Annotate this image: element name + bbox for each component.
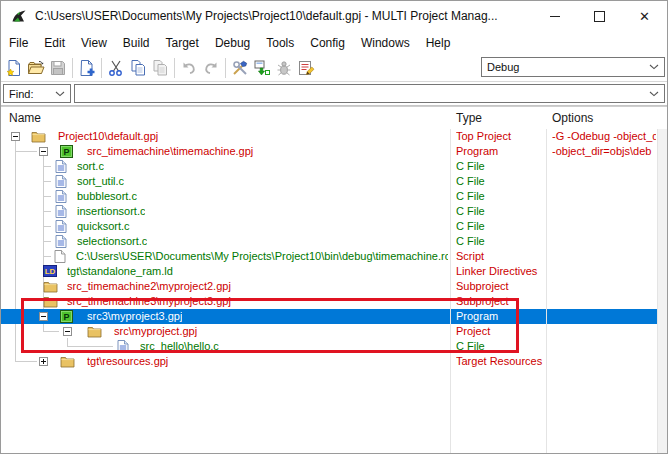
menu-config[interactable]: Config [302,33,353,53]
tree-row[interactable]: tgt\resources.gpjTarget Resources [1,354,657,369]
c-file-icon [55,235,67,248]
tree-row[interactable]: LDtgt\standalone_ram.ldLinker Directives [1,264,657,279]
tree-row[interactable]: sort_util.cC File [1,174,657,189]
tree-row[interactable]: Psrc_timemachine\timemachine.gpjProgram-… [1,144,657,159]
minimize-button[interactable] [532,1,577,31]
svg-text:LD: LD [45,267,56,276]
connect-target-button[interactable] [251,57,273,79]
tree-item-type: C File [456,339,544,354]
add-file-button[interactable] [76,57,98,79]
maximize-button[interactable] [577,1,622,31]
find-input[interactable] [79,85,649,102]
menubar: FileEditViewBuildTargetDebugToolsConfigW… [1,31,667,54]
multi-project-manager-window: C:\Users\USER\Documents\My Projects\Proj… [0,0,668,454]
new-file-button[interactable] [3,57,25,79]
menu-edit[interactable]: Edit [36,33,73,53]
tree-item-type: C File [456,174,544,189]
program-icon: P [60,310,73,323]
tree-item-type: Target Resources [456,354,544,369]
debug-bug-button[interactable] [273,57,295,79]
tree-item-type: Program [456,144,544,159]
tree-row[interactable]: C:\Users\USER\Documents\My Projects\Proj… [1,249,657,264]
collapse-icon[interactable] [39,312,48,321]
column-header-name[interactable]: Name [9,111,41,125]
c-file-icon [55,190,67,203]
tree-item-name: insertionsort.c [77,204,145,219]
tree-item-options: -G -Odebug -object_d [552,129,656,144]
column-header-type[interactable]: Type [456,111,482,125]
tree-item-type: Script [456,249,544,264]
tree-row[interactable]: src_timemachine2\myproject2.gpjSubprojec… [1,279,657,294]
tree-row[interactable]: bubblesort.cC File [1,189,657,204]
toolbar-buttons [3,57,317,79]
folder-icon [43,280,58,293]
file-icon [54,250,66,263]
menu-build[interactable]: Build [115,33,158,53]
tree-row[interactable]: Psrc3\myproject3.gpjProgram [1,309,657,324]
column-divider[interactable] [450,107,451,453]
menu-tools[interactable]: Tools [258,33,302,53]
collapse-icon[interactable] [39,147,48,156]
svg-text:P: P [63,312,69,322]
tree-row[interactable]: insertionsort.cC File [1,204,657,219]
redo-button[interactable] [200,57,222,79]
window-title: C:\Users\USER\Documents\My Projects\Proj… [35,9,532,23]
tree-item-type: Program [456,309,544,324]
tree-item-type: C File [456,219,544,234]
toolbar-separator [72,58,73,78]
cut-button[interactable] [105,57,127,79]
c-file-icon [55,205,67,218]
tree-row[interactable]: src\myproject.gpjProject [1,324,657,339]
column-header-row: Name Type Options [1,107,667,129]
collapse-icon[interactable] [11,132,20,141]
menu-windows[interactable]: Windows [353,33,418,53]
tree-item-name: src_timemachine2\myproject2.gpj [67,279,231,294]
collapse-icon[interactable] [63,327,72,336]
undo-button[interactable] [178,57,200,79]
tree-item-name: selectionsort.c [77,234,147,249]
tree-row[interactable]: src_hello\hello.cC File [1,339,657,354]
paste-button[interactable] [149,57,171,79]
save-button[interactable] [47,57,69,79]
tree-row[interactable]: src_timemachine3\myproject3.gpjSubprojec… [1,294,657,309]
tree-row[interactable]: Project10\default.gpjTop Project-G -Odeb… [1,129,657,144]
linker-file-icon: LD [43,265,57,277]
menu-help[interactable]: Help [418,33,459,53]
toolbar-separator [225,58,226,78]
tree-row[interactable]: quicksort.cC File [1,219,657,234]
tree-item-name: src_timemachine3\myproject3.gpj [67,294,231,309]
tree-item-type: Top Project [456,129,544,144]
tree-item-type: Subproject [456,279,544,294]
copy-button[interactable] [127,57,149,79]
close-button[interactable]: ✕ [622,1,667,31]
tree-row[interactable]: selectionsort.cC File [1,234,657,249]
menu-debug[interactable]: Debug [207,33,258,53]
tree-item-name: src3\myproject3.gpj [87,309,182,324]
find-field-select[interactable]: Find: [3,84,71,103]
open-project-button[interactable] [25,57,47,79]
tree-item-name: src_timemachine\timemachine.gpj [87,144,253,159]
tree-row[interactable]: sort.cC File [1,159,657,174]
find-input-combo[interactable] [74,84,665,103]
config-select[interactable]: Debug [481,57,665,77]
folder-icon [60,355,75,368]
c-file-icon [55,160,67,173]
column-divider[interactable] [546,107,547,453]
expand-icon[interactable] [39,357,48,366]
tree-item-name: tgt\resources.gpj [87,354,168,369]
tree-item-name: tgt\standalone_ram.ld [67,264,173,279]
edit-notes-button[interactable] [295,57,317,79]
build-button[interactable] [229,57,251,79]
folder-icon [31,130,46,143]
tree-item-name: Project10\default.gpj [58,129,158,144]
svg-text:P: P [63,147,69,157]
column-header-options[interactable]: Options [552,111,593,125]
menu-target[interactable]: Target [158,33,207,53]
menu-view[interactable]: View [73,33,115,53]
vertical-scrollbar[interactable] [657,107,667,453]
titlebar: C:\Users\USER\Documents\My Projects\Proj… [1,1,667,31]
menu-file[interactable]: File [1,33,36,53]
tree-item-name: sort_util.c [77,174,124,189]
minimize-icon [550,16,560,17]
find-label: Find: [9,88,33,100]
